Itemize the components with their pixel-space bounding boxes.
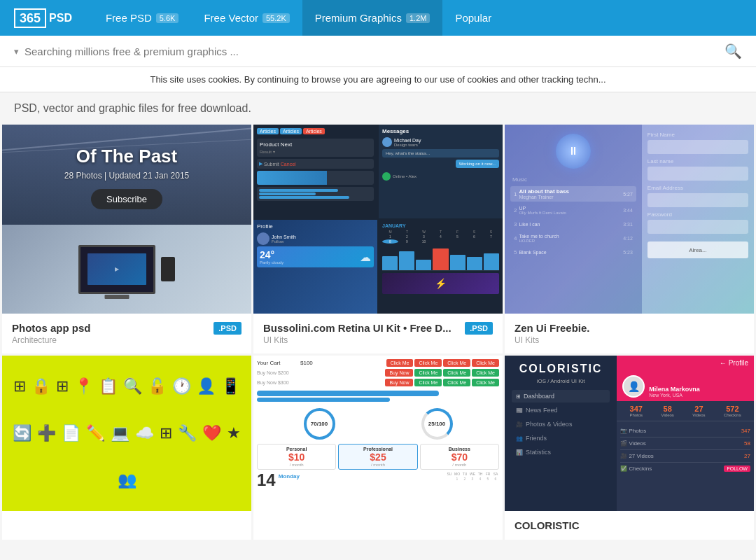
search-input[interactable] <box>24 46 724 57</box>
icon-unlock: 🔓 <box>148 377 167 396</box>
icon-laptop: 💻 <box>111 424 130 442</box>
nav-free-psd[interactable]: Free PSD 5.6K <box>93 0 192 36</box>
icon-refresh: 🔄 <box>13 424 31 442</box>
icon-plus-box: ➕ <box>37 424 56 442</box>
card-coloristic-info: COLORISTIC <box>505 511 754 540</box>
icon-calc: ⊞ <box>56 377 69 396</box>
card-coloristic[interactable]: COLORISTIC iOS / Android UI Kit ⊞Dashboa… <box>505 356 754 540</box>
icon-pencil: ✏️ <box>86 424 105 442</box>
card-bussolini-badge: .PSD <box>465 322 493 335</box>
nav-free-vector[interactable]: Free Vector 55.2K <box>191 0 302 36</box>
card-ui-elements-image: Your Cart $100 Click Me Click Me Click M… <box>253 356 503 511</box>
card-photos-category: Architecture <box>12 335 91 345</box>
card-icons[interactable]: ⊞ 🔒 ⊞ 📍 📋 🔍 🔓 🕐 👤 📱 🔄 ➕ 📄 ✏️ 💻 ☁️ ⊞ 🔧 ❤️… <box>2 356 251 540</box>
icon-location: 📍 <box>74 377 93 396</box>
nav-premium-graphics-badge: 1.2M <box>406 13 430 23</box>
nav-free-vector-badge: 55.2K <box>262 13 290 23</box>
card-zen-category: UI Kits <box>514 335 590 345</box>
card-photos-info: Photos app psd Architecture .PSD <box>2 314 251 354</box>
nav-popular-label: Popular <box>455 12 491 24</box>
coloristic-title: COLORISTIC <box>512 363 610 375</box>
icon-device: 📱 <box>221 377 240 396</box>
card-bussolini-title: Bussolini.com Retina UI Kit • Free D... <box>263 322 451 334</box>
search-icon[interactable]: 🔍 <box>724 43 742 59</box>
coloristic-subtitle: iOS / Android UI Kit <box>512 378 610 384</box>
header: 365 PSD Free PSD 5.6K Free Vector 55.2K … <box>0 0 756 36</box>
logo-box: 365 <box>14 8 46 28</box>
icon-wrench: 🔧 <box>178 424 197 442</box>
icon-grid2: ⊞ <box>160 424 172 442</box>
card-zen-info: Zen Ui Freebie. UI Kits <box>505 314 754 354</box>
card-zen-image: ⏸ Music 1 All about that bass Meghan Tra… <box>505 125 754 314</box>
search-dropdown[interactable]: ▾ <box>14 46 19 57</box>
cards-grid: ▶ Of The Past 28 Photos | Updated 21 Jan… <box>0 125 756 542</box>
icon-lock: 🔒 <box>31 377 50 396</box>
nav-free-psd-badge: 5.6K <box>156 13 179 23</box>
chevron-down-icon: ▾ <box>14 46 19 57</box>
icon-person: 👤 <box>197 377 216 396</box>
card-photos-title: Photos app psd <box>12 322 91 334</box>
card-ui-elements-info <box>253 511 503 528</box>
logo-sub: PSD <box>49 12 72 24</box>
card1-subscribe-btn[interactable]: Subscribe <box>91 189 162 209</box>
card-zen-ui[interactable]: ⏸ Music 1 All about that bass Meghan Tra… <box>505 125 754 354</box>
logo-text: 365 <box>20 12 41 24</box>
card-photos-app[interactable]: ▶ Of The Past 28 Photos | Updated 21 Jan… <box>2 125 251 354</box>
nav-free-psd-label: Free PSD <box>106 12 152 24</box>
nav-popular[interactable]: Popular <box>442 0 504 36</box>
card-ui-elements[interactable]: Your Cart $100 Click Me Click Me Click M… <box>253 356 503 540</box>
icon-doc: 📄 <box>62 424 80 442</box>
card1-title: Of The Past <box>2 146 251 167</box>
card-bussolini-category: UI Kits <box>263 335 451 345</box>
nav-premium-graphics[interactable]: Premium Graphics 1.2M <box>302 0 443 36</box>
card-bussolini[interactable]: Articles Articles Articles Product Next … <box>253 125 503 354</box>
logo[interactable]: 365 PSD <box>14 8 72 28</box>
icon-clock: 🕐 <box>172 377 191 396</box>
icon-person2: 👥 <box>118 471 136 489</box>
cookie-notice: This site uses cookies. By continuing to… <box>0 67 756 92</box>
card-coloristic-image: COLORISTIC iOS / Android UI Kit ⊞Dashboa… <box>505 356 754 511</box>
page-subtitle: PSD, vector and graphic files for free d… <box>0 92 756 125</box>
card-zen-title: Zen Ui Freebie. <box>514 322 590 334</box>
card-bussolini-image: Articles Articles Articles Product Next … <box>253 125 503 314</box>
icon-clipboard: 📋 <box>99 377 118 396</box>
card-photos-image: ▶ Of The Past 28 Photos | Updated 21 Jan… <box>2 125 251 314</box>
card-icons-info <box>2 511 251 528</box>
nav-free-vector-label: Free Vector <box>204 12 258 24</box>
nav-premium-graphics-label: Premium Graphics <box>315 12 402 24</box>
search-bar: ▾ 🔍 <box>0 36 756 67</box>
card-coloristic-title: COLORISTIC <box>514 519 744 531</box>
card1-subtitle: 28 Photos | Updated 21 Jan 2015 <box>2 171 251 181</box>
card-icons-image: ⊞ 🔒 ⊞ 📍 📋 🔍 🔓 🕐 👤 📱 🔄 ➕ 📄 ✏️ 💻 ☁️ ⊞ 🔧 ❤️… <box>2 356 251 511</box>
card-bussolini-info: Bussolini.com Retina UI Kit • Free D... … <box>253 314 503 354</box>
icon-cloud: ☁️ <box>135 424 154 442</box>
card-photos-badge: .PSD <box>214 322 241 335</box>
main-nav: Free PSD 5.6K Free Vector 55.2K Premium … <box>93 0 504 36</box>
icon-grid: ⊞ <box>13 377 26 396</box>
icon-search: 🔍 <box>123 377 142 396</box>
icon-star: ★ <box>227 424 241 442</box>
icon-heart: ❤️ <box>202 424 221 442</box>
